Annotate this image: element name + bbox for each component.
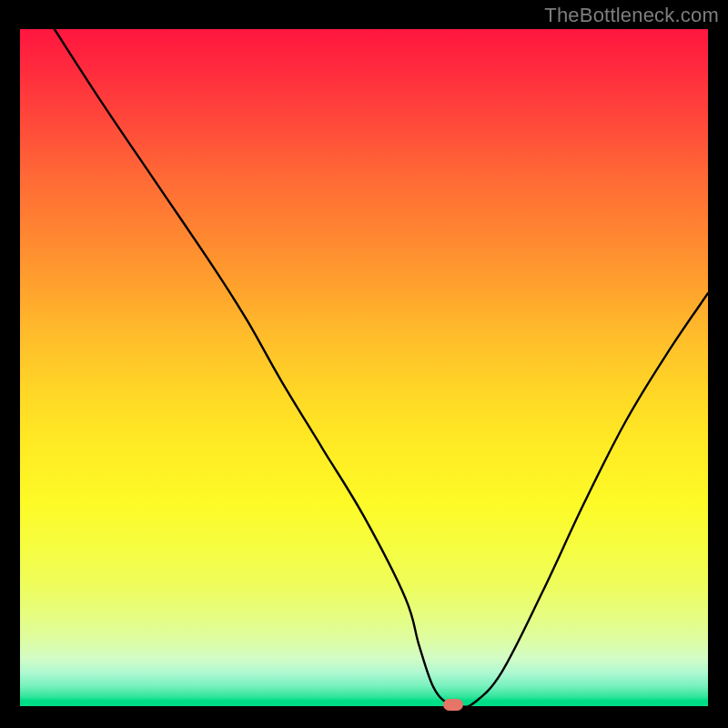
optimal-marker	[443, 699, 463, 711]
watermark-text: TheBottleneck.com	[544, 4, 719, 27]
bottleneck-curve	[20, 29, 708, 706]
chart-root: TheBottleneck.com	[0, 0, 728, 728]
plot-area	[20, 29, 708, 706]
curve-path	[55, 29, 708, 707]
